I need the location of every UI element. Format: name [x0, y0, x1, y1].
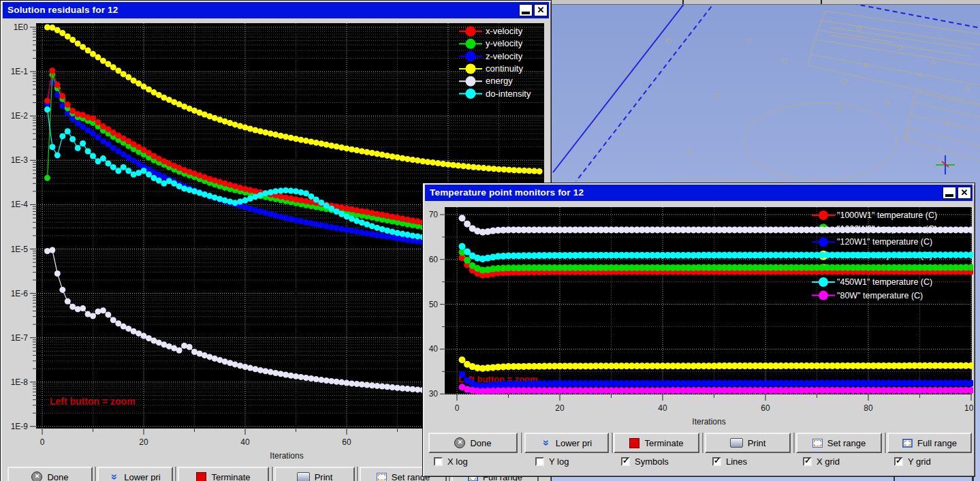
svg-text:Iterations: Iterations [692, 417, 725, 426]
minimize-icon [522, 12, 530, 14]
button-separator [793, 433, 795, 453]
window-title: Solution residuals for 12 [7, 5, 118, 15]
svg-text:"120W1" temperature (C): "120W1" temperature (C) [837, 237, 932, 247]
svg-text:"450W1" temperature (C): "450W1" temperature (C) [837, 277, 932, 287]
terminate-button[interactable]: Terminate [614, 433, 699, 453]
checkbox-icon[interactable] [434, 457, 443, 466]
button-label: Lower pri [556, 438, 592, 448]
button-label: Done [47, 472, 68, 481]
svg-text:80: 80 [864, 403, 873, 413]
svg-text:0: 0 [40, 437, 45, 447]
button-separator [95, 467, 97, 481]
checkbox-icon[interactable] [803, 457, 812, 466]
temperature-plot[interactable]: 7060504030020406080100IterationsLeft but… [423, 201, 973, 433]
print-button[interactable]: Print [274, 467, 355, 481]
svg-text:1E-1: 1E-1 [11, 67, 29, 76]
svg-text:1E-6: 1E-6 [11, 289, 29, 298]
window-temperature-monitors: Temperature point monitors for 12 ✕ 7060… [422, 183, 975, 477]
button-label: Print [315, 472, 333, 481]
checkbox-y-log[interactable]: Y log [535, 454, 569, 468]
checkbox-label: X log [447, 456, 468, 467]
checkbox-label: Symbols [635, 456, 669, 467]
set-range-button[interactable]: Set range [796, 433, 882, 453]
button-separator [885, 433, 887, 453]
checkbox-label: Y grid [908, 456, 931, 467]
titlebar[interactable]: Solution residuals for 12 ✕ [3, 2, 549, 18]
button-label: Print [748, 438, 766, 448]
close-icon: ✕ [960, 187, 968, 198]
button-label: Terminate [644, 438, 683, 448]
print-button[interactable]: Print [705, 433, 791, 453]
terminate-icon [629, 438, 639, 448]
svg-text:continuity: continuity [486, 63, 523, 74]
titlebar[interactable]: Temperature point monitors for 12 ✕ [425, 185, 973, 201]
svg-text:energy: energy [486, 76, 513, 86]
done-button[interactable]: ✕Done [7, 467, 93, 481]
terminate-button[interactable]: Terminate [178, 467, 269, 481]
window-title: Temperature point monitors for 12 [430, 187, 584, 198]
lower-pri-button[interactable]: »Lower pri [524, 433, 609, 453]
set-range-icon [377, 473, 387, 481]
checkbox-icon[interactable] [894, 457, 903, 466]
set-range-icon [812, 439, 823, 448]
checkbox-x-grid[interactable]: X grid [803, 454, 840, 468]
svg-text:1E-3: 1E-3 [11, 155, 29, 165]
window-edge-strip [550, 0, 980, 5]
svg-text:60: 60 [342, 437, 351, 447]
minimize-icon [945, 194, 953, 197]
svg-text:Left button = zoom: Left button = zoom [50, 396, 136, 407]
minimize-button[interactable] [943, 187, 956, 199]
svg-text:70: 70 [429, 210, 439, 219]
button-separator [612, 433, 614, 453]
svg-text:50: 50 [429, 300, 439, 309]
print-icon [730, 438, 743, 448]
button-separator [357, 467, 359, 481]
svg-text:1E-4: 1E-4 [11, 200, 29, 209]
close-icon: ✕ [537, 5, 544, 15]
checkbox-label: Lines [726, 456, 747, 467]
minimize-button[interactable] [519, 4, 533, 16]
svg-text:Iterations: Iterations [270, 451, 303, 461]
full-range-icon [902, 439, 913, 448]
checkbox-icon[interactable] [621, 457, 630, 466]
checkbox-label: X grid [817, 456, 840, 467]
full-range-button[interactable]: Full range [887, 433, 972, 453]
done-icon: ✕ [31, 471, 42, 481]
svg-text:do-intensity: do-intensity [486, 89, 531, 99]
done-icon: ✕ [454, 437, 465, 448]
button-label: Terminate [211, 472, 250, 481]
checkbox-icon[interactable] [712, 457, 721, 466]
svg-text:0: 0 [455, 403, 460, 413]
svg-text:"80W" temperature (C): "80W" temperature (C) [837, 291, 923, 300]
svg-text:y-velocity: y-velocity [486, 38, 523, 48]
svg-text:1E-5: 1E-5 [11, 245, 29, 254]
checkbox-y-grid[interactable]: Y grid [894, 454, 931, 468]
strip-divider [821, 0, 822, 4]
print-icon [297, 472, 310, 481]
done-button[interactable]: ✕Done [428, 433, 518, 453]
checkbox-x-log[interactable]: X log [434, 454, 468, 468]
svg-text:1E0: 1E0 [14, 22, 29, 32]
svg-text:1E-7: 1E-7 [11, 333, 29, 343]
button-separator [272, 467, 274, 481]
lower-pri-button[interactable]: »Lower pri [97, 467, 173, 481]
svg-text:"1000W1" temperature (C): "1000W1" temperature (C) [837, 211, 937, 220]
button-label: Set range [827, 438, 866, 448]
checkbox-lines[interactable]: Lines [712, 454, 747, 468]
svg-text:40: 40 [240, 437, 250, 447]
button-label: Lower pri [124, 472, 160, 481]
checkbox-symbols[interactable]: Symbols [621, 454, 669, 468]
button-separator [702, 433, 704, 453]
close-button[interactable]: ✕ [534, 4, 548, 16]
svg-text:60: 60 [429, 255, 439, 264]
svg-text:1E-2: 1E-2 [11, 111, 29, 121]
button-separator [521, 433, 523, 453]
svg-text:100: 100 [964, 403, 973, 413]
button-label: Full range [917, 438, 957, 448]
checkbox-label: Y log [549, 456, 569, 467]
close-button[interactable]: ✕ [958, 187, 971, 199]
checkbox-icon[interactable] [535, 457, 544, 466]
svg-text:z-velocity: z-velocity [486, 51, 523, 61]
svg-text:1E-9: 1E-9 [11, 422, 29, 431]
svg-text:40: 40 [658, 403, 667, 413]
